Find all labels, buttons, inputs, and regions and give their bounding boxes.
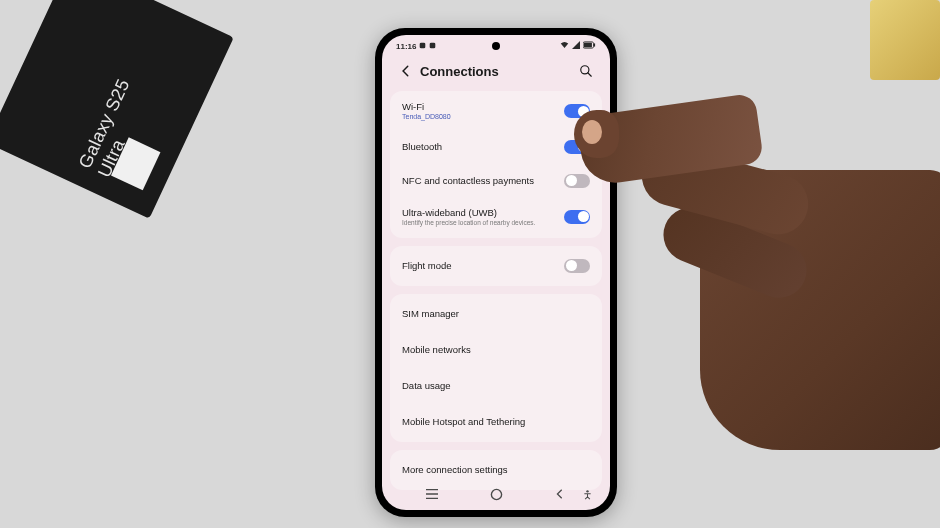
accessibility-button[interactable] xyxy=(572,485,602,503)
svg-rect-4 xyxy=(594,43,596,46)
nfc-toggle[interactable] xyxy=(564,174,590,188)
svg-point-10 xyxy=(491,489,501,499)
signal-icon xyxy=(572,41,580,51)
status-right xyxy=(560,41,596,51)
data-usage-title: Data usage xyxy=(402,380,590,391)
bluetooth-title: Bluetooth xyxy=(402,141,564,152)
nfc-row[interactable]: NFC and contactless payments xyxy=(390,164,602,198)
connections-group-1: Wi-Fi Tenda_DD8080 Bluetooth NFC and con… xyxy=(390,91,602,238)
svg-point-11 xyxy=(586,490,588,492)
chevron-left-icon xyxy=(554,488,566,500)
mobile-networks-title: Mobile networks xyxy=(402,344,590,355)
status-time: 11:16 xyxy=(396,42,416,51)
product-box: Galaxy S25 Ultra xyxy=(0,0,234,219)
flight-mode-row[interactable]: Flight mode xyxy=(390,248,602,284)
flight-mode-toggle[interactable] xyxy=(564,259,590,273)
back-button[interactable] xyxy=(396,61,416,81)
mobile-networks-row[interactable]: Mobile networks xyxy=(390,332,602,368)
connections-group-3: SIM manager Mobile networks Data usage M… xyxy=(390,294,602,442)
user-hand xyxy=(580,70,940,490)
sim-manager-title: SIM manager xyxy=(402,308,590,319)
notification-icon xyxy=(419,42,426,51)
phone-screen: 11:16 xyxy=(382,35,610,510)
nfc-title: NFC and contactless payments xyxy=(402,175,564,186)
battery-icon xyxy=(583,41,596,51)
camera-cutout xyxy=(492,42,500,50)
navigation-bar xyxy=(382,482,610,506)
recents-button[interactable] xyxy=(417,485,447,503)
chevron-left-icon xyxy=(399,64,413,78)
wifi-status-icon xyxy=(560,41,569,51)
svg-rect-1 xyxy=(430,42,436,48)
connections-group-2: Flight mode xyxy=(390,246,602,286)
home-button[interactable] xyxy=(481,485,511,503)
hotspot-title: Mobile Hotspot and Tethering xyxy=(402,416,590,427)
wifi-network-name: Tenda_DD8080 xyxy=(402,113,564,121)
recents-icon xyxy=(425,488,439,500)
svg-rect-0 xyxy=(420,42,426,48)
wifi-row[interactable]: Wi-Fi Tenda_DD8080 xyxy=(390,93,602,130)
more-settings-title: More connection settings xyxy=(402,464,590,475)
settings-content[interactable]: Wi-Fi Tenda_DD8080 Bluetooth NFC and con… xyxy=(382,91,610,490)
accessibility-icon xyxy=(582,489,593,500)
notification-icon-2 xyxy=(429,42,436,51)
uwb-title: Ultra-wideband (UWB) xyxy=(402,207,564,218)
nav-back-button[interactable] xyxy=(545,485,575,503)
bluetooth-row[interactable]: Bluetooth xyxy=(390,130,602,164)
hotspot-row[interactable]: Mobile Hotspot and Tethering xyxy=(390,404,602,440)
flight-mode-title: Flight mode xyxy=(402,260,564,271)
page-title: Connections xyxy=(420,64,576,79)
status-left: 11:16 xyxy=(396,42,436,51)
page-header: Connections xyxy=(382,57,610,91)
desk-object xyxy=(870,0,940,80)
search-icon xyxy=(579,64,593,78)
uwb-row[interactable]: Ultra-wideband (UWB) Identify the precis… xyxy=(390,198,602,236)
sim-manager-row[interactable]: SIM manager xyxy=(390,296,602,332)
wifi-toggle[interactable] xyxy=(564,104,590,118)
svg-rect-3 xyxy=(584,43,592,48)
wifi-title: Wi-Fi xyxy=(402,101,564,112)
phone-frame: 11:16 xyxy=(375,28,617,517)
uwb-toggle[interactable] xyxy=(564,210,590,224)
search-button[interactable] xyxy=(576,61,596,81)
home-icon xyxy=(490,488,503,501)
data-usage-row[interactable]: Data usage xyxy=(390,368,602,404)
svg-line-6 xyxy=(588,73,592,77)
bluetooth-toggle[interactable] xyxy=(564,140,590,154)
uwb-description: Identify the precise location of nearby … xyxy=(402,219,564,227)
